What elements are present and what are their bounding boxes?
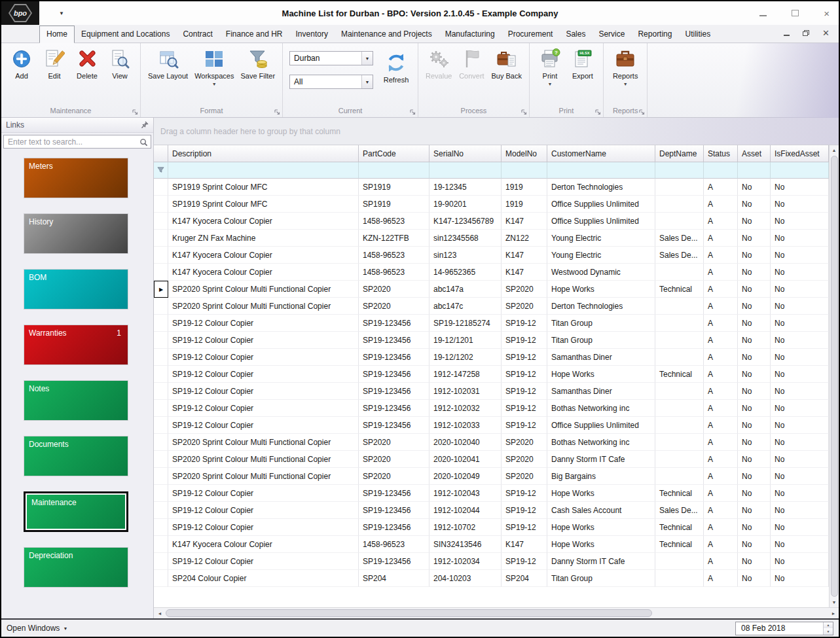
horizontal-scrollbar[interactable]: ◄ ► (154, 607, 839, 618)
filter-cell-status[interactable] (704, 162, 738, 179)
column-header-partcode[interactable]: PartCode (359, 145, 429, 162)
tab-utilities[interactable]: Utilities (678, 26, 717, 43)
dialog-launcher-icon[interactable] (274, 109, 280, 115)
column-header-serialno[interactable]: SerialNo (429, 145, 502, 162)
status-filter-dropdown-arrow[interactable]: ▼ (361, 75, 373, 88)
workspaces-dropdown-icon[interactable]: ▼ (212, 82, 217, 86)
sidebar-tile-warranties[interactable]: Warranties1 (24, 325, 128, 365)
filter-cell-asset[interactable] (738, 162, 771, 179)
sidebar-tile-history[interactable]: History (24, 213, 128, 254)
add-button[interactable]: Add (5, 47, 38, 80)
search-input[interactable] (3, 135, 151, 149)
tab-home[interactable]: Home (39, 26, 75, 43)
column-header-isfixedasset[interactable]: IsFixedAsset (771, 145, 829, 162)
scroll-up-icon[interactable]: ▲ (830, 145, 839, 155)
open-windows-button[interactable]: Open Windows ▼ (7, 624, 67, 633)
dialog-launcher-icon[interactable] (132, 109, 138, 115)
tab-maintenance-and-projects[interactable]: Maintenance and Projects (335, 26, 439, 43)
edit-button[interactable]: Edit (38, 47, 71, 80)
status-filter-dropdown[interactable]: All ▼ (289, 75, 373, 89)
table-row[interactable]: SP2020 Sprint Colour Multi Functional Co… (154, 434, 829, 451)
table-row[interactable]: SP2020 Sprint Colour Multi Functional Co… (154, 298, 829, 315)
table-row[interactable]: SP19-12 Colour CopierSP19-1234561912-102… (154, 502, 829, 519)
sidebar-tile-documents[interactable]: Documents (24, 436, 128, 476)
table-row[interactable]: ▶SP2020 Sprint Colour Multi Functional C… (154, 281, 829, 298)
delete-button[interactable]: Delete (71, 47, 103, 80)
sidebar-tile-meters[interactable]: Meters (24, 158, 128, 198)
table-row[interactable]: SP2020 Sprint Colour Multi Functional Co… (154, 451, 829, 468)
print-button[interactable]: ? Print ▼ (534, 47, 566, 86)
vertical-scrollbar[interactable]: ▲ ▼ (829, 145, 839, 607)
filter-cell-serialno[interactable] (429, 162, 502, 179)
tab-procurement[interactable]: Procurement (502, 26, 560, 43)
group-by-panel[interactable]: Drag a column header here to group by th… (154, 118, 839, 145)
table-row[interactable]: SP19-12 Colour CopierSP19-123456SP19-121… (154, 315, 829, 332)
buy-back-button[interactable]: Buy Back (488, 47, 524, 80)
spinner-up-icon[interactable]: ▲ (824, 622, 833, 629)
refresh-button[interactable]: Refresh (380, 51, 412, 84)
table-row[interactable]: SP19-12 Colour CopierSP19-1234561912-102… (154, 383, 829, 400)
column-header-description[interactable]: Description (168, 145, 359, 162)
sidebar-tile-notes[interactable]: Notes (24, 380, 128, 421)
filter-cell-deptname[interactable] (655, 162, 704, 179)
sidebar-tile-maintenance[interactable]: Maintenance (24, 491, 128, 532)
sidebar-tile-bom[interactable]: BOM (24, 269, 128, 310)
dialog-launcher-icon[interactable] (410, 109, 416, 115)
table-row[interactable]: SP19-12 Colour CopierSP19-1234561912-107… (154, 519, 829, 536)
reports-dropdown-icon[interactable]: ▼ (623, 82, 628, 86)
table-row[interactable]: SP19-12 Colour CopierSP19-1234561912-102… (154, 400, 829, 417)
date-editor[interactable]: 08 Feb 2018 ▲ ▼ (735, 622, 833, 635)
maximize-icon[interactable] (792, 10, 799, 16)
filter-cell-modelno[interactable] (502, 162, 547, 179)
mdi-restore-icon[interactable] (803, 30, 809, 36)
sidebar-tile-depreciation[interactable]: Depreciation (24, 547, 128, 588)
table-row[interactable]: SP19-12 Colour CopierSP19-1234561912-102… (154, 485, 829, 502)
column-header-modelno[interactable]: ModelNo (502, 145, 547, 162)
table-row[interactable]: SP19-12 Colour CopierSP19-12345619-12/12… (154, 332, 829, 349)
tab-equipment-and-locations[interactable]: Equipment and Locations (75, 26, 176, 43)
filter-cell-description[interactable] (168, 162, 359, 179)
table-row[interactable]: SP19-12 Colour CopierSP19-1234561912-147… (154, 366, 829, 383)
scroll-left-icon[interactable]: ◄ (154, 611, 166, 616)
mdi-close-icon[interactable]: ✕ (822, 29, 830, 37)
tab-manufacturing[interactable]: Manufacturing (439, 26, 502, 43)
pin-icon[interactable] (141, 121, 149, 129)
tab-reporting[interactable]: Reporting (631, 26, 678, 43)
table-row[interactable]: SP204 Colour CopierSP204204-10203SP204Ti… (154, 570, 829, 587)
save-layout-button[interactable]: Save Layout (145, 47, 191, 80)
table-row[interactable]: SP1919 Sprint Colour MFCSP191919-9020119… (154, 196, 829, 213)
site-dropdown-arrow[interactable]: ▼ (361, 52, 373, 65)
table-row[interactable]: Kruger ZN Fax MachineKZN-122TFBsin123455… (154, 230, 829, 247)
column-header-asset[interactable]: Asset (738, 145, 771, 162)
scroll-down-icon[interactable]: ▼ (830, 597, 839, 607)
dialog-launcher-icon[interactable] (595, 109, 601, 115)
reports-button[interactable]: Reports ▼ (609, 47, 642, 86)
tab-service[interactable]: Service (592, 26, 631, 43)
export-button[interactable]: HLSX Export (566, 47, 599, 80)
view-button[interactable]: View (103, 47, 136, 80)
mdi-minimize-icon[interactable] (784, 31, 790, 36)
table-row[interactable]: SP19-12 Colour CopierSP19-12345619-12/12… (154, 349, 829, 366)
table-row[interactable]: K147 Kyocera Colour Copier1458-96523sin1… (154, 247, 829, 264)
close-icon[interactable]: × (824, 9, 830, 18)
table-row[interactable]: SP1919 Sprint Colour MFCSP191919-1234519… (154, 179, 829, 196)
vertical-scrollbar-thumb[interactable] (831, 156, 838, 597)
table-row[interactable]: SP19-12 Colour CopierSP19-1234561912-102… (154, 417, 829, 434)
dialog-launcher-icon[interactable] (521, 109, 527, 115)
quick-access-chevron-icon[interactable]: ▼ (59, 10, 64, 16)
column-header-deptname[interactable]: DeptName (655, 145, 704, 162)
site-dropdown[interactable]: Durban ▼ (289, 51, 373, 65)
dialog-launcher-icon[interactable] (639, 109, 645, 115)
print-dropdown-icon[interactable]: ▼ (547, 82, 552, 86)
spinner-down-icon[interactable]: ▼ (824, 628, 833, 635)
table-row[interactable]: K147 Kyocera Colour Copier1458-96523K147… (154, 213, 829, 230)
table-row[interactable]: K147 Kyocera Colour Copier1458-96523SIN3… (154, 536, 829, 553)
search-icon[interactable] (139, 137, 148, 149)
horizontal-scrollbar-thumb[interactable] (166, 609, 652, 617)
tab-finance-and-hr[interactable]: Finance and HR (219, 26, 289, 43)
tab-sales[interactable]: Sales (559, 26, 592, 43)
table-row[interactable]: K147 Kyocera Colour Copier1458-9652314-9… (154, 264, 829, 281)
save-filter-button[interactable]: Save Filter (237, 47, 278, 80)
filter-cell-customername[interactable] (547, 162, 655, 179)
tab-inventory[interactable]: Inventory (289, 26, 335, 43)
